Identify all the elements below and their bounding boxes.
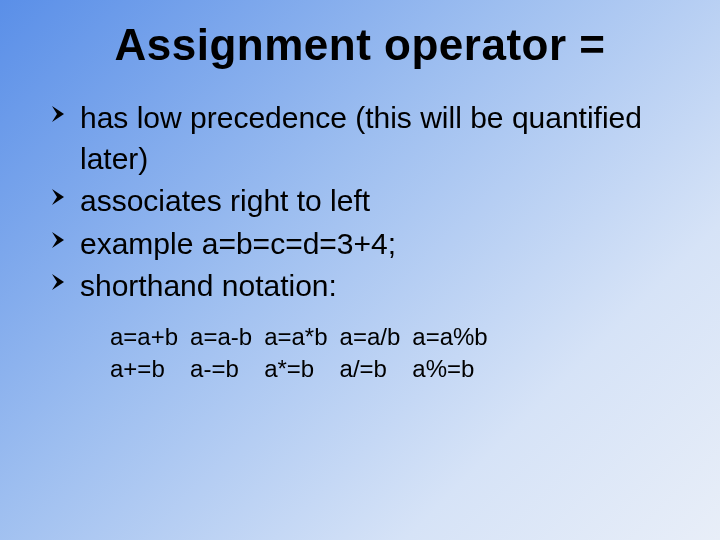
table-cell: a=a-b (190, 321, 264, 353)
list-item: associates right to left (50, 181, 690, 222)
bullet-list: has low precedence (this will be quantif… (30, 98, 690, 307)
shorthand-table: a=a+b a=a-b a=a*b a=a/b a=a%b a+=b a-=b … (110, 321, 500, 385)
list-item: shorthand notation: (50, 266, 690, 307)
table-cell: a-=b (190, 353, 264, 385)
list-item: example a=b=c=d=3+4; (50, 224, 690, 265)
list-item: has low precedence (this will be quantif… (50, 98, 690, 179)
table-cell: a*=b (264, 353, 339, 385)
shorthand-table-container: a=a+b a=a-b a=a*b a=a/b a=a%b a+=b a-=b … (30, 321, 690, 385)
bullet-text: has low precedence (this will be quantif… (80, 101, 642, 175)
table-cell: a=a%b (412, 321, 499, 353)
table-cell: a%=b (412, 353, 499, 385)
table-row: a+=b a-=b a*=b a/=b a%=b (110, 353, 500, 385)
table-row: a=a+b a=a-b a=a*b a=a/b a=a%b (110, 321, 500, 353)
arrow-bullet-icon (50, 230, 70, 250)
table-cell: a=a+b (110, 321, 190, 353)
bullet-text: shorthand notation: (80, 269, 337, 302)
slide-title: Assignment operator = (30, 20, 690, 70)
table-cell: a/=b (340, 353, 413, 385)
bullet-text: associates right to left (80, 184, 370, 217)
table-cell: a=a*b (264, 321, 339, 353)
table-cell: a+=b (110, 353, 190, 385)
bullet-text: example a=b=c=d=3+4; (80, 227, 396, 260)
arrow-bullet-icon (50, 187, 70, 207)
arrow-bullet-icon (50, 272, 70, 292)
table-cell: a=a/b (340, 321, 413, 353)
arrow-bullet-icon (50, 104, 70, 124)
slide-container: Assignment operator = has low precedence… (0, 0, 720, 540)
